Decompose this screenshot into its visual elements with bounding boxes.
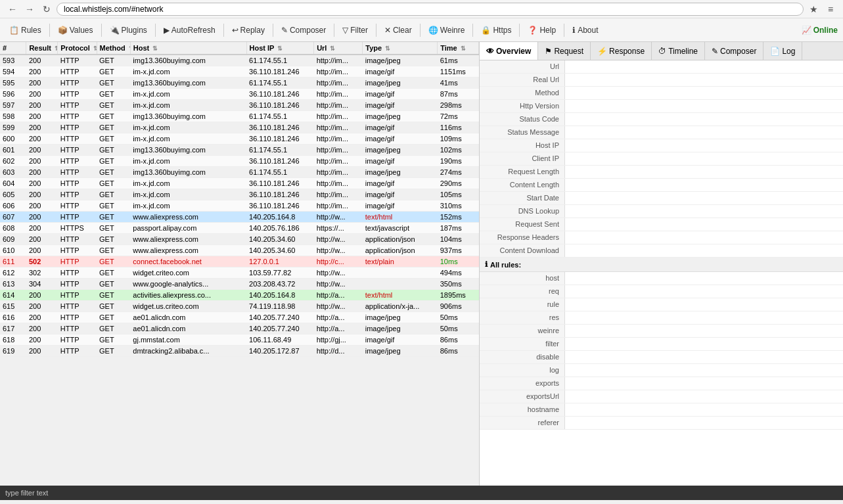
- rules-button[interactable]: 📋 Rules: [5, 24, 45, 36]
- col-header-method[interactable]: Method ⇅: [97, 42, 130, 55]
- table-row[interactable]: 606 200 HTTP GET im-x.jd.com 36.110.181.…: [0, 200, 479, 212]
- cell-num: 603: [0, 167, 26, 178]
- cell-url: http://w...: [314, 234, 363, 245]
- help-button[interactable]: ❓ Help: [524, 24, 560, 36]
- tab-overview[interactable]: 👁 Overview: [480, 42, 538, 60]
- overview-row: Status Message: [480, 126, 843, 139]
- filter-button[interactable]: ▽ Filter: [338, 24, 372, 36]
- col-header-host[interactable]: Host ⇅: [130, 42, 246, 55]
- table-row[interactable]: 594 200 HTTP GET im-x.jd.com 36.110.181.…: [0, 66, 479, 78]
- table-row[interactable]: 615 200 HTTP GET widget.us.criteo.com 74…: [0, 301, 479, 312]
- table-row[interactable]: 610 200 HTTP GET www.aliexpress.com 140.…: [0, 245, 479, 256]
- table-row[interactable]: 600 200 HTTP GET im-x.jd.com 36.110.181.…: [0, 133, 479, 145]
- plugins-button[interactable]: 🔌 Plugins: [106, 24, 151, 36]
- col-header-protocol[interactable]: Protocol ⇅: [58, 42, 97, 55]
- tab-response[interactable]: ⚡ Response: [591, 42, 652, 60]
- tab-composer[interactable]: ✎ Composer: [705, 42, 763, 60]
- cell-time: 187ms: [438, 223, 479, 234]
- col-header-type[interactable]: Type ⇅: [363, 42, 438, 55]
- overview-value: [565, 113, 843, 126]
- col-header-hostip[interactable]: Host IP ⇅: [246, 42, 314, 55]
- table-container[interactable]: # Result ⇅ Protocol ⇅ Method ⇅ Host ⇅ Ho…: [0, 42, 479, 486]
- overview-label: Http Version: [480, 100, 565, 112]
- https-button[interactable]: 🔒 Https: [477, 24, 515, 36]
- cell-type: image/jpeg: [363, 167, 438, 178]
- overview-value: [565, 166, 843, 178]
- table-row[interactable]: 605 200 HTTP GET im-x.jd.com 36.110.181.…: [0, 189, 479, 200]
- table-row[interactable]: 597 200 HTTP GET im-x.jd.com 36.110.181.…: [0, 100, 479, 111]
- table-row[interactable]: 604 200 HTTP GET im-x.jd.com 36.110.181.…: [0, 178, 479, 189]
- cell-hostip: 36.110.181.246: [246, 133, 314, 145]
- table-row[interactable]: 614 200 HTTP GET activities.aliexpress.c…: [0, 290, 479, 301]
- cell-host: im-x.jd.com: [130, 156, 246, 167]
- cell-protocol: HTTP: [58, 89, 97, 100]
- table-row[interactable]: 617 200 HTTP GET ae01.alicdn.com 140.205…: [0, 323, 479, 334]
- right-panel: 👁 Overview ⚑ Request ⚡ Response ⏱ Timeli…: [480, 42, 843, 486]
- about-button[interactable]: ℹ About: [568, 24, 602, 36]
- table-row[interactable]: 612 302 HTTP GET widget.criteo.com 103.5…: [0, 267, 479, 279]
- url-input[interactable]: [57, 3, 804, 16]
- cell-time: 104ms: [438, 234, 479, 245]
- table-row[interactable]: 613 304 HTTP GET www.google-analytics...…: [0, 279, 479, 290]
- table-row[interactable]: 602 200 HTTP GET im-x.jd.com 36.110.181.…: [0, 156, 479, 167]
- cell-protocol: HTTP: [58, 301, 97, 312]
- cell-method: GET: [97, 122, 130, 133]
- autorefresh-button[interactable]: ▶ AutoRefresh: [160, 24, 219, 36]
- weinre-button[interactable]: 🌐 Weinre: [424, 24, 469, 36]
- cell-result: 200: [26, 212, 58, 223]
- cell-host: img13.360buyimg.com: [130, 55, 246, 66]
- overview-content[interactable]: Url Real Url Method Http Version Status …: [480, 60, 843, 486]
- col-header-result[interactable]: Result ⇅: [26, 42, 58, 55]
- autorefresh-label: AutoRefresh: [171, 26, 216, 35]
- table-row[interactable]: 611 502 HTTP GET connect.facebook.net 12…: [0, 256, 479, 267]
- table-row[interactable]: 595 200 HTTP GET img13.360buyimg.com 61.…: [0, 78, 479, 89]
- composer-button[interactable]: ✎ Composer: [277, 24, 330, 36]
- menu-button[interactable]: ≡: [823, 2, 838, 16]
- back-button[interactable]: ←: [5, 2, 20, 16]
- cell-method: GET: [97, 66, 130, 78]
- cell-protocol: HTTP: [58, 145, 97, 156]
- table-row[interactable]: 619 200 HTTP GET dmtracking2.alibaba.c..…: [0, 346, 479, 357]
- col-header-url[interactable]: Url ⇅: [314, 42, 363, 55]
- overview-icon: 👁: [486, 47, 494, 56]
- tab-log[interactable]: 📄 Log: [763, 42, 802, 60]
- col-header-time[interactable]: Time ⇅: [438, 42, 479, 55]
- cell-time: 1151ms: [438, 66, 479, 78]
- table-row[interactable]: 596 200 HTTP GET im-x.jd.com 36.110.181.…: [0, 89, 479, 100]
- tab-timeline[interactable]: ⏱ Timeline: [652, 42, 705, 60]
- cell-host: im-x.jd.com: [130, 100, 246, 111]
- cell-type: application/json: [363, 234, 438, 245]
- table-row[interactable]: 607 200 HTTP GET www.aliexpress.com 140.…: [0, 212, 479, 223]
- cell-type: image/jpeg: [363, 145, 438, 156]
- clear-button[interactable]: ✕ Clear: [380, 24, 416, 36]
- cell-hostip: 140.205.76.186: [246, 223, 314, 234]
- table-row[interactable]: 603 200 HTTP GET img13.360buyimg.com 61.…: [0, 167, 479, 178]
- rules-label: exportsUrl: [480, 390, 565, 403]
- overview-row: Method: [480, 87, 843, 100]
- forward-button[interactable]: →: [22, 2, 37, 16]
- rules-label: referer: [480, 417, 565, 429]
- cell-host: www.aliexpress.com: [130, 212, 246, 223]
- table-row[interactable]: 618 200 HTTP GET gj.mmstat.com 106.11.68…: [0, 334, 479, 346]
- table-row[interactable]: 616 200 HTTP GET ae01.alicdn.com 140.205…: [0, 312, 479, 323]
- cell-num: 604: [0, 178, 26, 189]
- cell-method: GET: [97, 223, 130, 234]
- cell-time: 86ms: [438, 346, 479, 357]
- tab-request[interactable]: ⚑ Request: [538, 42, 591, 60]
- table-row[interactable]: 598 200 HTTP GET img13.360buyimg.com 61.…: [0, 111, 479, 122]
- composer-label: Composer: [290, 26, 326, 35]
- col-header-num[interactable]: #: [0, 42, 26, 55]
- rules-label: hostname: [480, 403, 565, 416]
- table-row[interactable]: 593 200 HTTP GET img13.360buyimg.com 61.…: [0, 55, 479, 66]
- reload-button[interactable]: ↻: [39, 2, 54, 16]
- table-row[interactable]: 609 200 HTTP GET www.aliexpress.com 140.…: [0, 234, 479, 245]
- table-row[interactable]: 608 200 HTTPS GET passport.alipay.com 14…: [0, 223, 479, 234]
- values-button[interactable]: 📦 Values: [54, 24, 97, 36]
- overview-label: Client IP: [480, 152, 565, 165]
- cell-host: ae01.alicdn.com: [130, 312, 246, 323]
- replay-button[interactable]: ↩ Replay: [228, 24, 269, 36]
- star-button[interactable]: ★: [806, 2, 821, 16]
- table-row[interactable]: 601 200 HTTP GET img13.360buyimg.com 61.…: [0, 145, 479, 156]
- table-row[interactable]: 599 200 HTTP GET im-x.jd.com 36.110.181.…: [0, 122, 479, 133]
- cell-type: image/gif: [363, 66, 438, 78]
